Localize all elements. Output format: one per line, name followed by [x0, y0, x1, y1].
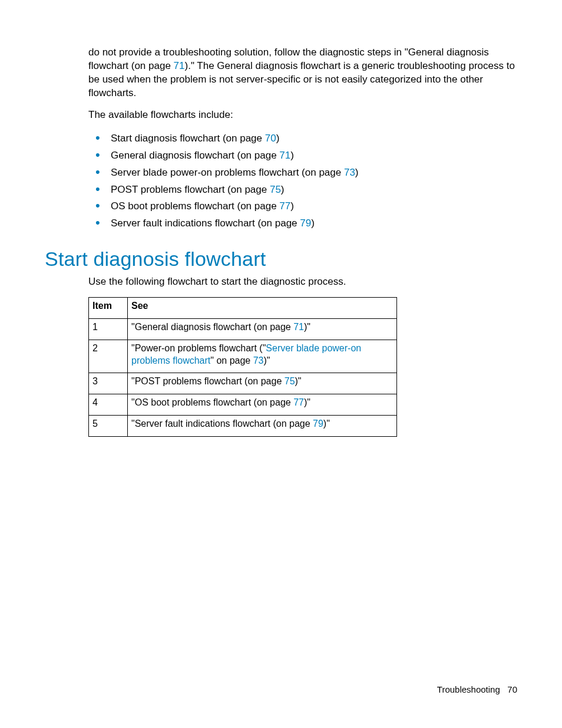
section-heading: Start diagnosis flowchart	[45, 248, 517, 271]
table-cell-item: 4	[89, 394, 128, 416]
intro-paragraph-1: do not provide a troubleshooting solutio…	[88, 46, 517, 100]
table-cell-item: 2	[89, 340, 128, 373]
list-item: Server fault indications flowchart (on p…	[88, 215, 517, 232]
table-header-item: Item	[89, 298, 128, 319]
page-link[interactable]: 77	[279, 200, 290, 212]
table-cell-item: 1	[89, 319, 128, 340]
reference-table: Item See 1 "General diagnosis flowchart …	[88, 297, 397, 437]
table-row: 1 "General diagnosis flowchart (on page …	[89, 319, 397, 340]
page-link[interactable]: 71	[293, 322, 304, 332]
list-item: Start diagnosis flowchart (on page 70)	[88, 130, 517, 147]
flowchart-list: Start diagnosis flowchart (on page 70) G…	[88, 130, 517, 233]
footer-page-number: 70	[507, 684, 517, 694]
section-subhead: Use the following flowchart to start the…	[88, 275, 517, 289]
list-item: Server blade power-on problems flowchart…	[88, 164, 517, 182]
page-link[interactable]: 70	[265, 133, 276, 144]
table-row: 4 "OS boot problems flowchart (on page 7…	[89, 394, 397, 416]
table-cell-see: "OS boot problems flowchart (on page 77)…	[128, 394, 397, 416]
table-row: 5 "Server fault indications flowchart (o…	[89, 416, 397, 437]
table-cell-see: "Power-on problems flowchart ("Server bl…	[128, 340, 397, 373]
intro-paragraph-2: The available flowcharts include:	[88, 108, 517, 122]
intro-page-link[interactable]: 71	[174, 60, 185, 71]
table-cell-see: "POST problems flowchart (on page 75)"	[128, 373, 397, 394]
table-row: 3 "POST problems flowchart (on page 75)"	[89, 373, 397, 394]
table-cell-item: 5	[89, 416, 128, 437]
page-link[interactable]: 77	[293, 397, 304, 407]
table-row: 2 "Power-on problems flowchart ("Server …	[89, 340, 397, 373]
list-item: General diagnosis flowchart (on page 71)	[88, 147, 517, 164]
page-link[interactable]: 75	[285, 376, 295, 386]
page-link[interactable]: 75	[270, 184, 281, 195]
list-item: POST problems flowchart (on page 75)	[88, 182, 517, 199]
page-link[interactable]: 79	[313, 419, 323, 429]
page-link[interactable]: 71	[279, 150, 290, 161]
page-footer: Troubleshooting 70	[437, 684, 517, 694]
page-link[interactable]: 73	[253, 355, 264, 365]
table-cell-see: "Server fault indications flowchart (on …	[128, 416, 397, 437]
table-header-row: Item See	[89, 298, 397, 319]
page-link[interactable]: 73	[344, 167, 355, 178]
footer-section: Troubleshooting	[437, 684, 500, 694]
list-item: OS boot problems flowchart (on page 77)	[88, 198, 517, 215]
table-cell-item: 3	[89, 373, 128, 394]
table-cell-see: "General diagnosis flowchart (on page 71…	[128, 319, 397, 340]
page-link[interactable]: 79	[300, 218, 311, 229]
table-header-see: See	[128, 298, 397, 319]
